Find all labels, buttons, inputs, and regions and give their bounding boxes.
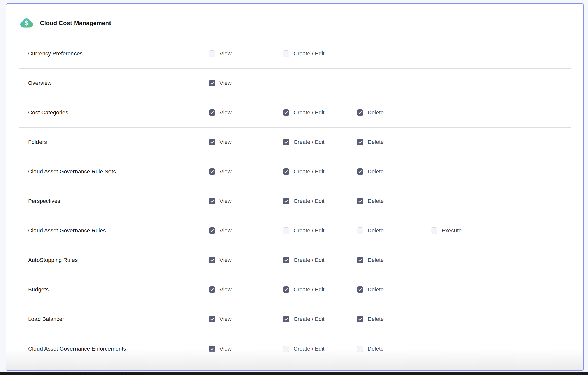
permission-checkbox[interactable] [357, 257, 363, 263]
permission-label: View [219, 316, 232, 322]
permission-option[interactable]: View [209, 80, 283, 86]
permission-option[interactable]: Delete [357, 168, 431, 175]
permission-checkbox[interactable] [283, 50, 289, 57]
checkmark-icon [210, 317, 214, 321]
resource-label: Load Balancer [19, 316, 209, 322]
permission-label: Delete [368, 286, 384, 293]
permission-checkbox[interactable] [209, 257, 215, 263]
permission-cells: View Create / Edit Delete [209, 286, 431, 293]
permission-checkbox[interactable] [209, 109, 215, 116]
permission-option[interactable]: Create / Edit [283, 316, 357, 322]
permission-option[interactable]: View [209, 227, 283, 234]
permission-option[interactable]: Create / Edit [283, 109, 357, 116]
permission-label: View [219, 346, 232, 352]
permission-option[interactable]: Delete [357, 139, 431, 145]
permission-label: View [219, 168, 232, 175]
permission-checkbox[interactable] [209, 80, 215, 86]
permission-option[interactable]: Delete [357, 286, 431, 293]
permission-checkbox[interactable] [283, 286, 289, 293]
permission-cells: View Create / Edit Delete [209, 168, 431, 175]
permission-checkbox[interactable] [209, 198, 215, 204]
permission-label: View [219, 227, 232, 234]
permission-label: Delete [368, 316, 384, 322]
permission-checkbox[interactable] [431, 227, 437, 234]
permission-option[interactable]: Delete [357, 198, 431, 204]
permission-option[interactable]: View [209, 198, 283, 204]
permission-checkbox[interactable] [283, 198, 289, 204]
permission-checkbox[interactable] [357, 316, 363, 322]
permission-checkbox[interactable] [357, 109, 363, 116]
permission-option[interactable]: Delete [357, 346, 431, 352]
permission-row: Budgets View Create / Edit Delete [19, 275, 571, 304]
permission-option[interactable]: Execute [431, 227, 505, 234]
permission-label: Delete [368, 227, 384, 234]
permission-checkbox[interactable] [357, 346, 363, 352]
permission-cells: View Create / Edit [209, 50, 357, 57]
permission-checkbox[interactable] [209, 168, 215, 175]
permission-checkbox[interactable] [283, 257, 289, 263]
permission-checkbox[interactable] [209, 286, 215, 293]
permission-checkbox[interactable] [283, 227, 289, 234]
permission-row: Perspectives View Create / Edit Delete [19, 186, 571, 216]
permission-option[interactable]: View [209, 50, 283, 57]
checkmark-icon [358, 199, 362, 203]
permission-label: Create / Edit [293, 198, 325, 204]
permission-option[interactable]: Create / Edit [283, 139, 357, 145]
permission-checkbox[interactable] [357, 198, 363, 204]
checkmark-icon [358, 287, 362, 292]
permission-checkbox[interactable] [209, 227, 215, 234]
clipped-background-content: e to access the cloud account used to or… [0, 372, 588, 375]
permission-option[interactable]: Delete [357, 316, 431, 322]
resource-label: Budgets [19, 286, 209, 293]
permission-option[interactable]: View [209, 346, 283, 352]
checkmark-icon [284, 169, 288, 174]
checkmark-icon [284, 110, 288, 115]
permission-option[interactable]: Create / Edit [283, 286, 357, 293]
checkmark-icon [358, 110, 362, 115]
permission-cells: View Create / Edit Delete [209, 109, 431, 116]
permission-option[interactable]: Create / Edit [283, 257, 357, 263]
permission-checkbox[interactable] [357, 286, 363, 293]
permission-checkbox[interactable] [283, 139, 289, 145]
permission-option[interactable]: Delete [357, 109, 431, 116]
permission-checkbox[interactable] [209, 139, 215, 145]
permission-checkbox[interactable] [283, 168, 289, 175]
permission-cells: View Create / Edit Delete [209, 139, 431, 145]
permission-checkbox[interactable] [209, 50, 215, 57]
permission-checkbox[interactable] [209, 346, 215, 352]
permission-label: Create / Edit [293, 316, 325, 322]
permission-option[interactable]: Create / Edit [283, 227, 357, 234]
permission-label: Delete [368, 109, 384, 116]
permission-checkbox[interactable] [209, 316, 215, 322]
permission-option[interactable]: Create / Edit [283, 198, 357, 204]
resource-label: Perspectives [19, 198, 209, 204]
permission-label: Delete [368, 198, 384, 204]
cloud-cost-management-permissions-card: $ Cloud Cost Management Currency Prefere… [6, 3, 584, 371]
permission-checkbox[interactable] [357, 168, 363, 175]
permission-option[interactable]: View [209, 139, 283, 145]
permission-label: Delete [368, 139, 384, 145]
permission-cells: View Create / Edit Delete Execute [209, 227, 505, 234]
permission-row: Cloud Asset Governance Enforcements View… [19, 334, 571, 363]
permission-option[interactable]: View [209, 168, 283, 175]
permission-option[interactable]: Delete [357, 227, 431, 234]
permission-checkbox[interactable] [357, 139, 363, 145]
permission-row: Folders View Create / Edit Delete [19, 128, 571, 157]
permission-checkbox[interactable] [283, 346, 289, 352]
permission-label: Create / Edit [293, 139, 325, 145]
permission-option[interactable]: Delete [357, 257, 431, 263]
permission-label: View [219, 257, 232, 263]
checkmark-icon [210, 287, 214, 292]
permission-option[interactable]: Create / Edit [283, 50, 357, 57]
permission-option[interactable]: View [209, 257, 283, 263]
permission-checkbox[interactable] [357, 227, 363, 234]
permission-option[interactable]: Create / Edit [283, 168, 357, 175]
permission-label: View [219, 109, 232, 116]
permission-row: Cloud Asset Governance Rules View Create… [19, 216, 571, 245]
permission-checkbox[interactable] [283, 109, 289, 116]
permission-checkbox[interactable] [283, 316, 289, 322]
permission-option[interactable]: View [209, 109, 283, 116]
permission-option[interactable]: View [209, 286, 283, 293]
permission-option[interactable]: Create / Edit [283, 346, 357, 352]
permission-option[interactable]: View [209, 316, 283, 322]
